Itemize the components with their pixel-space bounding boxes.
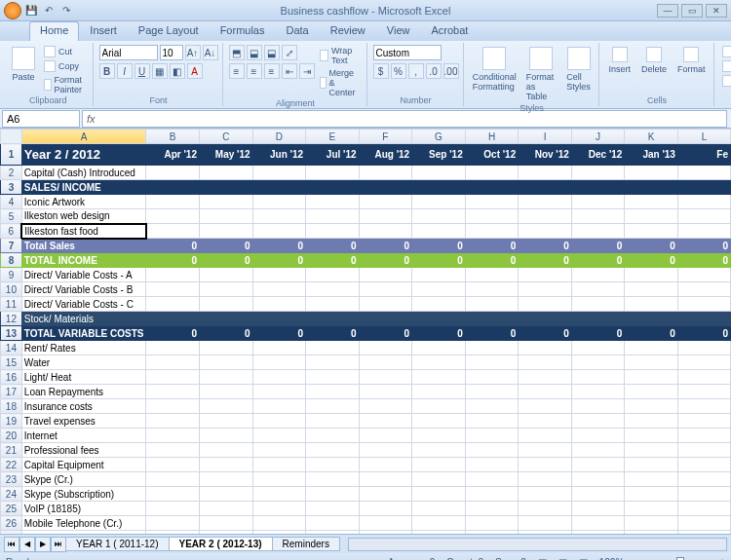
- cell[interactable]: [465, 297, 519, 312]
- cell[interactable]: [412, 487, 466, 502]
- cell[interactable]: [571, 385, 625, 399]
- cell[interactable]: [306, 224, 359, 239]
- cell[interactable]: [359, 180, 412, 195]
- cell[interactable]: [677, 297, 730, 312]
- cell[interactable]: 0: [146, 253, 200, 268]
- cell[interactable]: [306, 282, 359, 297]
- worksheet-area[interactable]: ABCDEFGHIJKL1Year 2 / 2012Apr '12May '12…: [0, 129, 731, 534]
- cell[interactable]: [412, 195, 466, 209]
- cell[interactable]: Sep '12: [412, 144, 466, 166]
- row-header[interactable]: 18: [1, 399, 22, 414]
- cell[interactable]: [146, 370, 200, 385]
- cell[interactable]: 0: [519, 239, 572, 253]
- cell[interactable]: 0: [252, 239, 306, 253]
- cell[interactable]: [306, 209, 359, 224]
- comma-button[interactable]: ,: [408, 63, 424, 79]
- cell[interactable]: 0: [146, 239, 200, 253]
- cell[interactable]: [625, 385, 678, 399]
- currency-button[interactable]: $: [373, 63, 389, 79]
- cell[interactable]: [677, 312, 730, 326]
- cell[interactable]: Light/ Heat: [21, 370, 146, 385]
- format-cells-button[interactable]: Format: [673, 45, 710, 76]
- cell[interactable]: [677, 502, 730, 516]
- shrink-font-button[interactable]: A↓: [203, 45, 218, 60]
- cell[interactable]: Year 2 / 2012: [21, 144, 146, 166]
- inc-decimal[interactable]: .0: [426, 63, 442, 79]
- row-header[interactable]: 19: [1, 414, 22, 429]
- cell[interactable]: [146, 531, 200, 535]
- cell[interactable]: [146, 209, 200, 224]
- font-size-select[interactable]: [160, 45, 183, 60]
- cell[interactable]: [625, 487, 678, 502]
- cell[interactable]: [465, 429, 519, 443]
- cell[interactable]: [625, 297, 678, 312]
- cell[interactable]: Capital (Cash) Introduced: [21, 166, 146, 180]
- col-header-J[interactable]: J: [571, 130, 625, 144]
- wrap-text-button[interactable]: Wrap Text: [318, 45, 363, 66]
- row-header[interactable]: 7: [1, 239, 22, 253]
- cell[interactable]: [306, 458, 359, 472]
- cell[interactable]: [199, 355, 252, 370]
- cell[interactable]: [412, 429, 466, 443]
- cell[interactable]: [625, 370, 678, 385]
- indent-dec[interactable]: ⇤: [282, 63, 297, 79]
- cell[interactable]: [359, 282, 412, 297]
- cell[interactable]: [465, 312, 519, 326]
- cell[interactable]: [677, 180, 730, 195]
- cell[interactable]: 0: [359, 326, 412, 341]
- cell[interactable]: [146, 487, 200, 502]
- cell[interactable]: [359, 370, 412, 385]
- cell[interactable]: [306, 487, 359, 502]
- tab-acrobat[interactable]: Acrobat: [420, 21, 479, 41]
- cell[interactable]: [519, 341, 572, 355]
- cell[interactable]: [519, 224, 572, 239]
- save-icon[interactable]: 💾: [23, 3, 39, 19]
- cell[interactable]: [252, 341, 306, 355]
- align-right[interactable]: ≡: [264, 63, 280, 79]
- cell[interactable]: [306, 414, 359, 429]
- cell[interactable]: [359, 224, 412, 239]
- align-bot[interactable]: ⬓: [264, 45, 280, 60]
- cell[interactable]: [677, 355, 730, 370]
- border-button[interactable]: ▦: [152, 63, 168, 79]
- cell[interactable]: [625, 195, 678, 209]
- cell[interactable]: [359, 209, 412, 224]
- copy-button[interactable]: Copy: [42, 59, 89, 73]
- tab-nav-prev[interactable]: ◀: [19, 537, 35, 552]
- cell[interactable]: [625, 531, 678, 535]
- align-center[interactable]: ≡: [247, 63, 262, 79]
- col-header-K[interactable]: K: [625, 130, 678, 144]
- cell[interactable]: [571, 487, 625, 502]
- format-as-table-button[interactable]: Format as Table: [522, 45, 560, 103]
- cell[interactable]: [146, 443, 200, 458]
- cell[interactable]: Capital Equipment: [21, 458, 146, 472]
- cell[interactable]: [252, 166, 306, 180]
- cell[interactable]: [199, 209, 252, 224]
- row-header[interactable]: 14: [1, 341, 22, 355]
- cell[interactable]: [677, 195, 730, 209]
- cell[interactable]: 0: [199, 326, 252, 341]
- cell[interactable]: [625, 268, 678, 282]
- cell[interactable]: [412, 180, 466, 195]
- font-color-button[interactable]: A: [187, 63, 203, 79]
- cell[interactable]: [519, 180, 572, 195]
- cell[interactable]: 0: [625, 239, 678, 253]
- cell[interactable]: TOTAL INCOME: [21, 253, 146, 268]
- cell[interactable]: 0: [625, 326, 678, 341]
- cell[interactable]: [146, 472, 200, 487]
- cell[interactable]: Rent/ Rates: [21, 341, 146, 355]
- cell[interactable]: [519, 443, 572, 458]
- cell[interactable]: [306, 166, 359, 180]
- cell[interactable]: 0: [519, 253, 572, 268]
- cell[interactable]: [412, 370, 466, 385]
- cell[interactable]: [252, 414, 306, 429]
- cell[interactable]: [571, 516, 625, 531]
- cell[interactable]: [571, 180, 625, 195]
- cell[interactable]: [306, 429, 359, 443]
- cell[interactable]: [519, 312, 572, 326]
- cell[interactable]: Jan '13: [625, 144, 678, 166]
- cell[interactable]: Water: [21, 355, 146, 370]
- format-painter-button[interactable]: Format Painter: [42, 74, 89, 95]
- number-format-select[interactable]: [373, 45, 442, 60]
- cell[interactable]: [252, 443, 306, 458]
